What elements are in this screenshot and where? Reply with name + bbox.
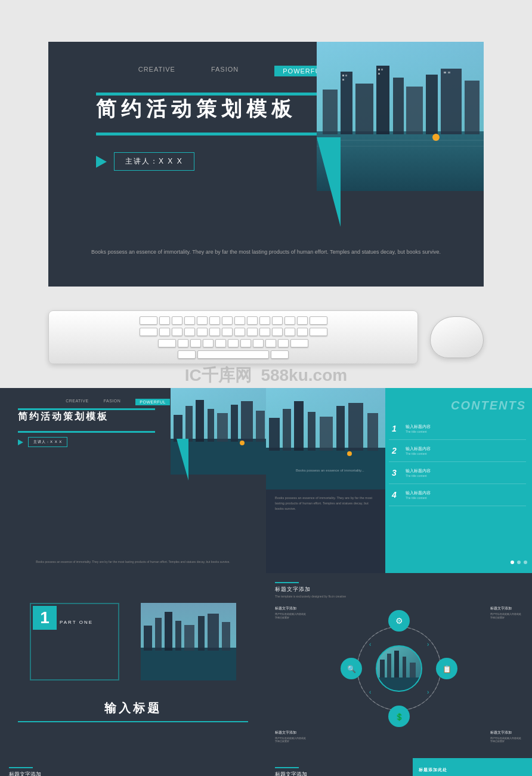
main-slide-preview: CREATIVE FASION POWERFUL CLEAR 简约活动策划模板 [48,42,484,287]
svg-rect-35 [269,418,280,451]
st2-item-2: 2 输入标题内容 The title content [389,440,526,462]
svg-text:Books possess an essence of im: Books possess an essence of immortality.… [296,469,364,472]
slide-thumb-text-bars: 标题文字添加 The template is exclusively desig… [0,758,266,776]
svg-rect-16 [378,73,380,75]
svg-rect-39 [320,417,333,451]
slide-thumbnails-grid: CREATIVE FASION POWERFUL CLEAR 简约活动策划模板 [0,388,532,776]
svg-text:‹: ‹ [369,641,371,648]
st2-item-sub-4: The title content [406,496,431,500]
st1-accent-bar1 [18,408,155,410]
svg-text:›: › [427,641,429,648]
mouse-image [430,316,484,358]
st2-dot-3 [524,561,527,564]
st2-photo: Books possess an essence of immortality.… [266,388,385,489]
st2-items-list: 1 输入标题内容 The title content 2 输入标题内容 The … [389,418,526,506]
nav-creative: CREATIVE [138,66,175,76]
svg-rect-62 [403,657,406,678]
svg-rect-41 [348,403,363,451]
st1-nav-2: FASION [104,399,121,405]
st2-num-1: 1 [392,424,401,433]
svg-rect-36 [283,409,291,451]
st5-header-bar [9,767,33,768]
nav-fasion: FASION [211,66,239,76]
st4-cycle-diagram: ⚙ 📋 💲 🔍 › › ‹ ‹ [304,600,494,737]
keyboard-image [48,310,418,364]
speaker-label: 主讲人：X X X [114,152,194,171]
svg-rect-11 [342,75,344,76]
svg-rect-46 [141,648,236,680]
svg-text:🔍: 🔍 [347,664,356,673]
st3-title: 输入标题 [18,700,248,716]
slide-thumb-cover: CREATIVE FASION POWERFUL CLEAR 简约活动策划模板 [0,388,266,573]
svg-rect-29 [231,405,238,442]
st3-bottom-bar [18,721,248,722]
slide-photo-area [317,42,484,191]
st4-label-bottom-right: 标题文字添加 用户可以在此处输入内容此处字体已设置好 [490,730,523,743]
st3-part-label: PART ONE [60,620,93,625]
st2-item-text-3: 输入标题内容 [406,468,431,474]
st3-photo [141,603,236,680]
svg-rect-63 [410,663,416,678]
svg-rect-50 [175,621,181,651]
slide-thumb-part-one: 1 PART ONE [0,573,266,758]
svg-rect-17 [444,72,446,73]
svg-rect-18 [448,72,450,73]
st2-left-panel: Books possess an essence of immortality.… [266,388,385,573]
svg-rect-9 [441,69,462,134]
st4-header-sub: The template is exclusively designed by … [275,595,346,598]
svg-text:💲: 💲 [395,712,404,721]
svg-rect-7 [406,87,423,134]
svg-rect-13 [342,79,344,81]
st2-item-sub-1: The title content [406,430,431,433]
svg-rect-51 [184,625,194,651]
st2-right-panel: CONTENTS 1 输入标题内容 The title content 2 输入… [385,388,532,573]
st3-number: 1 [33,606,57,630]
st2-contents-title: CONTENTS [451,399,526,412]
svg-rect-40 [336,406,345,451]
svg-rect-48 [155,618,162,651]
st1-accent-bar2 [18,431,155,433]
svg-text:📋: 📋 [443,664,451,673]
svg-rect-52 [198,616,205,651]
svg-rect-4 [355,84,373,134]
st6-right-title: 标题添加此处 [419,767,526,773]
st2-num-3: 3 [392,468,401,478]
svg-rect-47 [144,626,152,651]
slide-title-chinese: 简约活动策划模板 [96,96,296,123]
st2-item-sub-3: The title content [406,474,431,478]
svg-rect-2 [323,90,338,134]
svg-rect-28 [217,413,228,442]
svg-rect-3 [341,72,352,134]
st1-play-icon [18,439,23,445]
svg-rect-31 [256,411,265,442]
slide-thumb-cycle: 标题文字添加 The template is exclusively desig… [266,573,532,758]
svg-rect-54 [222,622,230,651]
st2-item-text-2: 输入标题内容 [406,446,431,452]
svg-rect-49 [165,612,172,651]
svg-rect-6 [393,78,404,134]
slide-thumb-contents: Books possess an essence of immortality.… [266,388,532,573]
st4-header-bar [275,582,299,583]
teal-triangle-accent [317,137,341,227]
st4-label-bottom-left: 标题文字添加 用户可以在此处输入内容此处字体已设置好 [275,730,308,743]
st1-triangle [177,439,188,481]
svg-rect-42 [367,413,378,451]
st5-header: 标题文字添加 The template is exclusively desig… [9,767,80,776]
svg-rect-61 [394,651,399,678]
st2-pagination-dots [511,561,527,564]
svg-text:›: › [427,689,429,695]
st6-header: 标题文字添加 The template is exclusively desig… [275,767,346,776]
st6-header-title: 标题文字添加 [275,771,346,776]
st6-right-panel: 标题添加此处 ⚙ [413,758,532,776]
speaker-box: 主讲人：X X X [96,152,194,171]
st4-label-top-left: 标题文字添加 用户可以在此处输入内容此处字体已设置好 [275,606,308,619]
keyboard-section [48,304,484,370]
svg-rect-53 [208,614,219,651]
st4-header-title: 标题文字添加 [275,586,346,593]
slide-thumb-teal-right: 标题文字添加 The template is exclusively desig… [266,758,532,776]
st1-title: 简约活动策划模板 [18,411,109,423]
svg-rect-38 [308,412,316,451]
svg-point-32 [240,441,245,445]
svg-rect-14 [378,69,380,70]
st5-header-title: 标题文字添加 [9,771,80,776]
